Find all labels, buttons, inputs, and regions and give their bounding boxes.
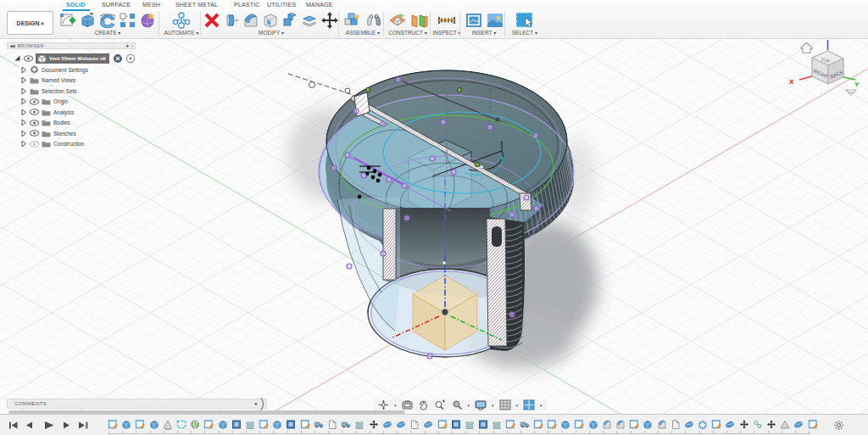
svg-text:Y: Y (854, 81, 860, 88)
svg-text:X: X (789, 78, 794, 86)
